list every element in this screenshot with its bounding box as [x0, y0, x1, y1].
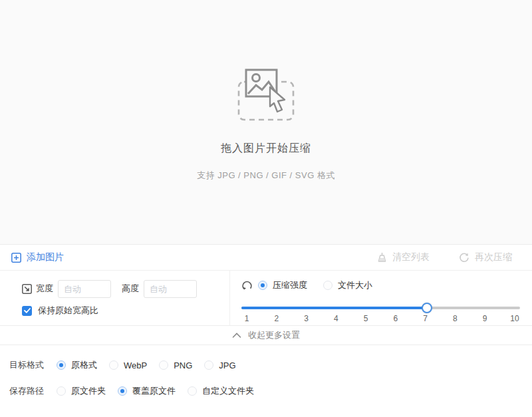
format-jpg-radio[interactable]: [204, 360, 213, 370]
chevron-up-icon: [232, 333, 241, 338]
path-overwrite-radio[interactable]: [118, 386, 127, 396]
clear-list-button[interactable]: 清空列表: [377, 251, 430, 263]
height-input[interactable]: [144, 280, 197, 298]
tick-5: 5: [360, 314, 371, 323]
dropzone-formats: 支持 JPG / PNG / GIF / SVG 格式: [197, 170, 335, 182]
path-option-custom-folder: 自定义文件夹: [188, 385, 254, 397]
save-path-row: 保存路径 原文件夹 覆盖原文件 自定义文件夹: [9, 384, 532, 398]
dropzone-title: 拖入图片开始压缩: [221, 142, 311, 156]
slider-track[interactable]: [241, 307, 520, 309]
format-png-radio[interactable]: [159, 360, 168, 370]
height-label: 高度: [122, 283, 139, 295]
format-option-jpg: JPG: [204, 360, 235, 370]
plus-square-icon: [11, 253, 21, 263]
path-original-folder-label: 原文件夹: [71, 385, 106, 397]
format-original-radio[interactable]: [57, 360, 66, 370]
mode-option-filesize: 文件大小: [323, 279, 372, 291]
path-original-folder-radio[interactable]: [57, 386, 66, 396]
tick-7: 7: [420, 314, 431, 323]
slider-fill: [241, 307, 427, 309]
more-settings: 目标格式 原格式 WebP PNG JPG 保存路径 原文件夹: [0, 345, 532, 417]
tick-9: 9: [479, 314, 490, 323]
tick-3: 3: [301, 314, 312, 323]
image-compressor-window: 拖入图片开始压缩 支持 JPG / PNG / GIF / SVG 格式 添加图…: [0, 0, 532, 417]
compression-settings: 压缩强度 文件大小 1 2 3 4 5 6: [229, 271, 532, 325]
add-images-label: 添加图片: [27, 251, 64, 263]
format-webp-radio[interactable]: [109, 360, 118, 370]
path-option-original-folder: 原文件夹: [57, 385, 106, 397]
width-label: 宽度: [36, 283, 53, 295]
format-option-original: 原格式: [57, 359, 97, 371]
tick-10: 10: [509, 314, 520, 323]
strength-label: 压缩强度: [273, 279, 307, 291]
collapse-more-settings[interactable]: 收起更多设置: [0, 326, 532, 345]
toolbar: 添加图片 清空列表 再次压缩: [0, 245, 532, 271]
keep-ratio-label: 保持原始宽高比: [38, 305, 98, 317]
format-webp-label: WebP: [124, 360, 147, 370]
gauge-icon: [241, 280, 253, 291]
path-overwrite-label: 覆盖原文件: [132, 385, 176, 397]
add-images-button[interactable]: 添加图片: [11, 251, 64, 263]
recompress-label: 再次压缩: [475, 251, 512, 263]
resize-settings: 宽度 高度 保持原始宽高比: [0, 271, 229, 325]
recompress-button[interactable]: 再次压缩: [459, 251, 512, 263]
keep-ratio-row: 保持原始宽高比: [22, 305, 229, 317]
drop-zone[interactable]: 拖入图片开始压缩 支持 JPG / PNG / GIF / SVG 格式: [0, 0, 532, 245]
path-custom-folder-radio[interactable]: [188, 386, 197, 396]
clear-broom-icon: [377, 252, 387, 263]
tick-2: 2: [271, 314, 282, 323]
filesize-label: 文件大小: [338, 279, 372, 291]
drop-image-icon: [235, 65, 297, 123]
width-input[interactable]: [58, 280, 111, 298]
slider-handle[interactable]: [422, 303, 432, 313]
tick-8: 8: [450, 314, 460, 323]
compression-mode-row: 压缩强度 文件大小: [241, 279, 520, 292]
tick-1: 1: [241, 314, 252, 323]
target-format-row: 目标格式 原格式 WebP PNG JPG: [9, 358, 532, 372]
path-option-overwrite: 覆盖原文件: [118, 385, 176, 397]
filesize-radio[interactable]: [323, 281, 332, 290]
format-png-label: PNG: [174, 360, 192, 370]
format-option-png: PNG: [159, 360, 192, 370]
format-jpg-label: JPG: [219, 360, 235, 370]
resize-icon: [22, 284, 32, 294]
format-original-label: 原格式: [71, 359, 97, 371]
tick-4: 4: [331, 314, 341, 323]
keep-ratio-checkbox[interactable]: [22, 306, 32, 316]
collapse-label: 收起更多设置: [248, 329, 300, 341]
slider-tick-labels: 1 2 3 4 5 6 7 8 9 10: [241, 314, 520, 323]
dimensions-row: 宽度 高度: [22, 279, 229, 298]
clear-list-label: 清空列表: [392, 251, 430, 263]
tick-6: 6: [390, 314, 401, 323]
path-custom-folder-label: 自定义文件夹: [202, 385, 254, 397]
mode-option-strength: 压缩强度: [258, 279, 307, 291]
format-option-webp: WebP: [109, 360, 147, 370]
strength-radio[interactable]: [258, 281, 267, 290]
settings-panel: 宽度 高度 保持原始宽高比: [0, 271, 532, 326]
check-icon: [24, 308, 31, 313]
save-path-label: 保存路径: [9, 385, 57, 397]
strength-slider: 1 2 3 4 5 6 7 8 9 10: [241, 303, 520, 326]
refresh-icon: [459, 252, 469, 263]
target-format-label: 目标格式: [9, 359, 57, 371]
